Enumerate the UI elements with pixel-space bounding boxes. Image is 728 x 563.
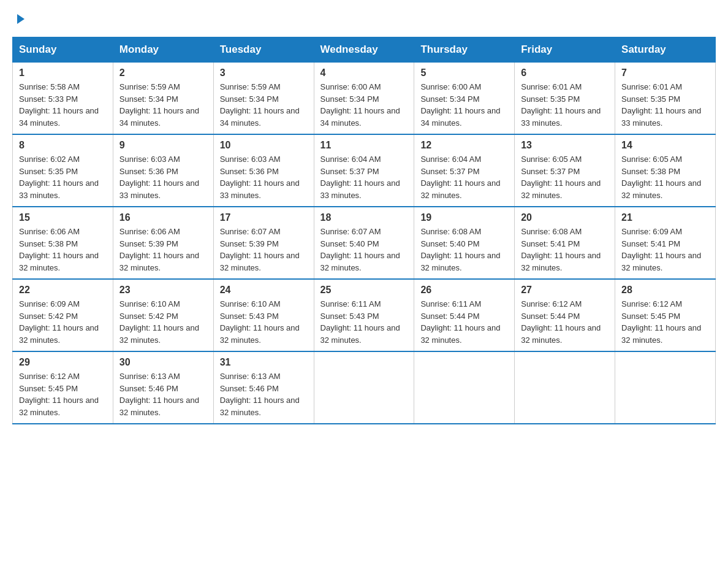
day-info: Sunrise: 6:06 AMSunset: 5:39 PMDaylight:… xyxy=(119,226,207,274)
calendar-day-cell: 31 Sunrise: 6:13 AMSunset: 5:46 PMDaylig… xyxy=(213,351,314,424)
day-info: Sunrise: 6:09 AMSunset: 5:41 PMDaylight:… xyxy=(621,226,709,274)
day-number: 4 xyxy=(320,67,408,79)
calendar-table: SundayMondayTuesdayWednesdayThursdayFrid… xyxy=(12,37,716,424)
calendar-day-cell: 5 Sunrise: 6:00 AMSunset: 5:34 PMDayligh… xyxy=(414,63,515,135)
day-info: Sunrise: 6:03 AMSunset: 5:36 PMDaylight:… xyxy=(119,153,207,201)
day-info: Sunrise: 5:58 AMSunset: 5:33 PMDaylight:… xyxy=(19,81,107,129)
calendar-day-cell xyxy=(515,351,615,424)
day-info: Sunrise: 6:11 AMSunset: 5:44 PMDaylight:… xyxy=(420,298,508,346)
header-tuesday: Tuesday xyxy=(213,37,314,63)
calendar-day-cell: 1 Sunrise: 5:58 AMSunset: 5:33 PMDayligh… xyxy=(13,63,113,135)
calendar-day-cell xyxy=(615,351,716,424)
calendar-day-cell: 23 Sunrise: 6:10 AMSunset: 5:42 PMDaylig… xyxy=(113,279,213,351)
calendar-day-cell: 14 Sunrise: 6:05 AMSunset: 5:38 PMDaylig… xyxy=(615,134,716,207)
calendar-day-cell: 12 Sunrise: 6:04 AMSunset: 5:37 PMDaylig… xyxy=(414,134,515,207)
day-number: 10 xyxy=(220,140,308,151)
day-number: 18 xyxy=(320,212,408,223)
day-number: 31 xyxy=(220,357,308,368)
day-info: Sunrise: 6:01 AMSunset: 5:35 PMDaylight:… xyxy=(521,81,609,129)
day-number: 16 xyxy=(119,212,207,223)
day-info: Sunrise: 6:05 AMSunset: 5:38 PMDaylight:… xyxy=(621,153,709,201)
calendar-day-cell: 10 Sunrise: 6:03 AMSunset: 5:36 PMDaylig… xyxy=(213,134,314,207)
calendar-day-cell: 8 Sunrise: 6:02 AMSunset: 5:35 PMDayligh… xyxy=(13,134,113,207)
day-info: Sunrise: 6:10 AMSunset: 5:42 PMDaylight:… xyxy=(119,298,207,346)
header-sunday: Sunday xyxy=(13,37,113,63)
day-info: Sunrise: 6:10 AMSunset: 5:43 PMDaylight:… xyxy=(220,298,308,346)
day-info: Sunrise: 6:13 AMSunset: 5:46 PMDaylight:… xyxy=(220,370,308,418)
day-info: Sunrise: 5:59 AMSunset: 5:34 PMDaylight:… xyxy=(220,81,308,129)
calendar-day-cell: 7 Sunrise: 6:01 AMSunset: 5:35 PMDayligh… xyxy=(615,63,716,135)
calendar-day-cell: 15 Sunrise: 6:06 AMSunset: 5:38 PMDaylig… xyxy=(13,207,113,279)
calendar-day-cell: 27 Sunrise: 6:12 AMSunset: 5:44 PMDaylig… xyxy=(515,279,615,351)
day-number: 24 xyxy=(220,285,308,296)
calendar-day-cell: 16 Sunrise: 6:06 AMSunset: 5:39 PMDaylig… xyxy=(113,207,213,279)
day-info: Sunrise: 6:07 AMSunset: 5:40 PMDaylight:… xyxy=(320,226,408,274)
calendar-day-cell: 11 Sunrise: 6:04 AMSunset: 5:37 PMDaylig… xyxy=(314,134,414,207)
calendar-week-row: 29 Sunrise: 6:12 AMSunset: 5:45 PMDaylig… xyxy=(13,351,716,424)
calendar-week-row: 1 Sunrise: 5:58 AMSunset: 5:33 PMDayligh… xyxy=(13,63,716,135)
day-number: 5 xyxy=(420,67,508,79)
header-wednesday: Wednesday xyxy=(314,37,414,63)
day-info: Sunrise: 6:12 AMSunset: 5:44 PMDaylight:… xyxy=(521,298,609,346)
day-number: 9 xyxy=(119,140,207,151)
day-number: 28 xyxy=(621,285,709,296)
day-number: 29 xyxy=(19,357,107,368)
calendar-day-cell: 26 Sunrise: 6:11 AMSunset: 5:44 PMDaylig… xyxy=(414,279,515,351)
day-info: Sunrise: 6:01 AMSunset: 5:35 PMDaylight:… xyxy=(621,81,709,129)
day-info: Sunrise: 6:12 AMSunset: 5:45 PMDaylight:… xyxy=(621,298,709,346)
calendar-day-cell: 13 Sunrise: 6:05 AMSunset: 5:37 PMDaylig… xyxy=(515,134,615,207)
calendar-day-cell: 30 Sunrise: 6:13 AMSunset: 5:46 PMDaylig… xyxy=(113,351,213,424)
day-number: 19 xyxy=(420,212,508,223)
day-number: 22 xyxy=(19,285,107,296)
day-number: 3 xyxy=(220,67,308,79)
svg-marker-0 xyxy=(17,14,25,24)
header-monday: Monday xyxy=(113,37,213,63)
header-saturday: Saturday xyxy=(615,37,716,63)
calendar-day-cell: 22 Sunrise: 6:09 AMSunset: 5:42 PMDaylig… xyxy=(13,279,113,351)
day-info: Sunrise: 6:07 AMSunset: 5:39 PMDaylight:… xyxy=(220,226,308,274)
calendar-week-row: 22 Sunrise: 6:09 AMSunset: 5:42 PMDaylig… xyxy=(13,279,716,351)
day-number: 6 xyxy=(521,67,609,79)
calendar-day-cell: 9 Sunrise: 6:03 AMSunset: 5:36 PMDayligh… xyxy=(113,134,213,207)
day-number: 25 xyxy=(320,285,408,296)
day-number: 2 xyxy=(119,67,207,79)
header-friday: Friday xyxy=(515,37,615,63)
day-number: 14 xyxy=(621,140,709,151)
calendar-day-cell: 18 Sunrise: 6:07 AMSunset: 5:40 PMDaylig… xyxy=(314,207,414,279)
day-info: Sunrise: 6:11 AMSunset: 5:43 PMDaylight:… xyxy=(320,298,408,346)
day-info: Sunrise: 6:00 AMSunset: 5:34 PMDaylight:… xyxy=(320,81,408,129)
day-info: Sunrise: 6:09 AMSunset: 5:42 PMDaylight:… xyxy=(19,298,107,346)
day-number: 17 xyxy=(220,212,308,223)
day-number: 7 xyxy=(621,67,709,79)
calendar-day-cell: 24 Sunrise: 6:10 AMSunset: 5:43 PMDaylig… xyxy=(213,279,314,351)
day-number: 1 xyxy=(19,67,107,79)
day-number: 11 xyxy=(320,140,408,151)
day-number: 13 xyxy=(521,140,609,151)
calendar-day-cell: 21 Sunrise: 6:09 AMSunset: 5:41 PMDaylig… xyxy=(615,207,716,279)
calendar-day-cell xyxy=(414,351,515,424)
day-number: 21 xyxy=(621,212,709,223)
logo-arrow-icon xyxy=(13,12,27,28)
day-number: 23 xyxy=(119,285,207,296)
day-info: Sunrise: 6:00 AMSunset: 5:34 PMDaylight:… xyxy=(420,81,508,129)
day-info: Sunrise: 6:04 AMSunset: 5:37 PMDaylight:… xyxy=(420,153,508,201)
day-info: Sunrise: 6:02 AMSunset: 5:35 PMDaylight:… xyxy=(19,153,107,201)
header-thursday: Thursday xyxy=(414,37,515,63)
calendar-week-row: 8 Sunrise: 6:02 AMSunset: 5:35 PMDayligh… xyxy=(13,134,716,207)
day-info: Sunrise: 6:04 AMSunset: 5:37 PMDaylight:… xyxy=(320,153,408,201)
logo xyxy=(12,12,27,26)
day-number: 26 xyxy=(420,285,508,296)
calendar-day-cell: 20 Sunrise: 6:08 AMSunset: 5:41 PMDaylig… xyxy=(515,207,615,279)
day-number: 20 xyxy=(521,212,609,223)
calendar-day-cell: 17 Sunrise: 6:07 AMSunset: 5:39 PMDaylig… xyxy=(213,207,314,279)
page-header xyxy=(12,12,716,26)
day-info: Sunrise: 6:08 AMSunset: 5:40 PMDaylight:… xyxy=(420,226,508,274)
day-info: Sunrise: 6:03 AMSunset: 5:36 PMDaylight:… xyxy=(220,153,308,201)
day-info: Sunrise: 5:59 AMSunset: 5:34 PMDaylight:… xyxy=(119,81,207,129)
calendar-day-cell: 6 Sunrise: 6:01 AMSunset: 5:35 PMDayligh… xyxy=(515,63,615,135)
day-info: Sunrise: 6:13 AMSunset: 5:46 PMDaylight:… xyxy=(119,370,207,418)
calendar-day-cell: 19 Sunrise: 6:08 AMSunset: 5:40 PMDaylig… xyxy=(414,207,515,279)
calendar-day-cell: 25 Sunrise: 6:11 AMSunset: 5:43 PMDaylig… xyxy=(314,279,414,351)
day-number: 27 xyxy=(521,285,609,296)
calendar-header-row: SundayMondayTuesdayWednesdayThursdayFrid… xyxy=(13,37,716,63)
